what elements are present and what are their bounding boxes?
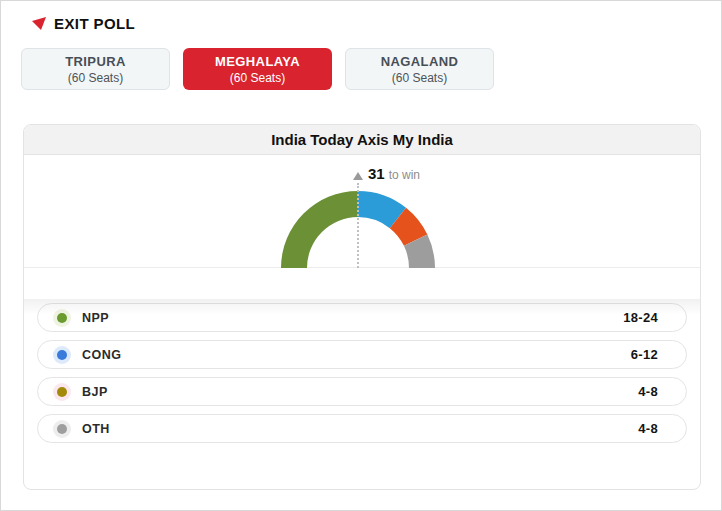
legend-row-cong: CONG 6-12 [37, 340, 687, 369]
legend: NPP 18-24 CONG 6-12 BJP 4-8 OTH 4-8 [37, 303, 687, 443]
party-name: NPP [82, 311, 109, 325]
tab-label: TRIPURA [65, 54, 126, 69]
legend-dot-halo [53, 346, 71, 364]
tab-label: MEGHALAYA [215, 54, 300, 69]
seat-range: 18-24 [623, 310, 658, 325]
party-name: BJP [82, 385, 108, 399]
tab-tripura[interactable]: TRIPURA (60 Seats) [21, 48, 170, 90]
gauge-area: 31to win [24, 155, 700, 268]
gauge-segment-npp [281, 191, 358, 268]
tab-label: NAGALAND [381, 54, 459, 69]
legend-dot [57, 387, 67, 397]
legend-dot [57, 313, 67, 323]
seat-range: 4-8 [638, 421, 658, 436]
legend-row-bjp: BJP 4-8 [37, 377, 687, 406]
legend-dot [57, 424, 67, 434]
state-tabs: TRIPURA (60 Seats) MEGHALAYA (60 Seats) … [21, 48, 494, 90]
header: EXIT POLL [31, 13, 135, 33]
tab-meghalaya[interactable]: MEGHALAYA (60 Seats) [183, 48, 332, 90]
seat-range: 6-12 [631, 347, 658, 362]
party-name: OTH [82, 422, 110, 436]
party-name: CONG [82, 348, 122, 362]
page-title: EXIT POLL [54, 15, 135, 32]
majority-value: 31 [368, 165, 385, 182]
majority-marker-label: 31to win [368, 165, 420, 183]
majority-marker-arrow-icon [353, 172, 363, 180]
tab-seats: (60 Seats) [68, 71, 123, 85]
legend-row-oth: OTH 4-8 [37, 414, 687, 443]
tab-seats: (60 Seats) [230, 71, 285, 85]
exit-poll-screen: EXIT POLL TRIPURA (60 Seats) MEGHALAYA (… [0, 0, 722, 511]
seat-range: 4-8 [638, 384, 658, 399]
majority-marker-line [357, 183, 359, 268]
card-title: India Today Axis My India [24, 125, 700, 155]
poll-result-card: India Today Axis My India 31to win NPP 1… [23, 124, 701, 490]
legend-dot [57, 350, 67, 360]
legend-dot-halo [53, 420, 71, 438]
exit-poll-icon [31, 16, 47, 31]
legend-dot-halo [53, 383, 71, 401]
majority-suffix: to win [389, 168, 420, 182]
legend-row-npp: NPP 18-24 [37, 303, 687, 332]
exit-poll-icon-shape [32, 17, 46, 30]
tab-seats: (60 Seats) [392, 71, 447, 85]
tab-nagaland[interactable]: NAGALAND (60 Seats) [345, 48, 494, 90]
legend-dot-halo [53, 309, 71, 327]
